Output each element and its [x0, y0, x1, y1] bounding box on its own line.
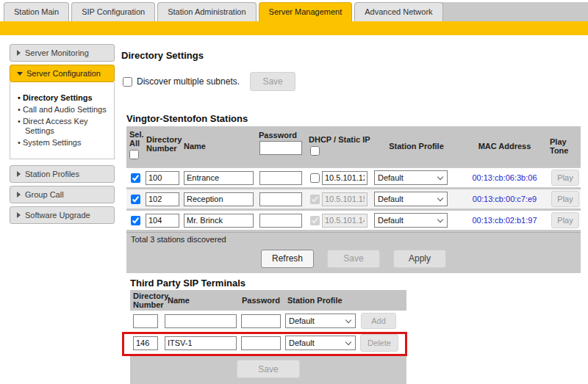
stations-title: Vingtor-Stentofon Stations	[126, 113, 248, 124]
accent-bar	[0, 21, 588, 35]
chevron-right-icon	[17, 50, 21, 56]
station-profile-select[interactable]: Default	[374, 192, 448, 206]
page: Station Main SIP Configuration Station A…	[0, 0, 588, 384]
stations-save-button[interactable]: Save	[327, 250, 380, 268]
tab-advanced-network[interactable]: Advanced Network	[354, 2, 442, 21]
row-select-checkbox[interactable]	[131, 216, 140, 225]
sip-terminals-header: Directory Number Name Password Station P…	[130, 290, 406, 311]
tab-station-main[interactable]: Station Main	[4, 2, 69, 21]
sidebar-item-station-profiles[interactable]: Station Profiles	[10, 165, 115, 183]
sidebar-subitem-call-audio-settings[interactable]: Call and Audio Settings	[18, 105, 111, 115]
row-select-checkbox[interactable]	[131, 173, 140, 183]
header-mac-address: MAC Address	[459, 126, 550, 166]
discover-subnets-row: Discover multiple subnets. Save	[123, 72, 295, 91]
stations-summary: Total 3 stations discovered	[126, 232, 581, 246]
dhcp-static-label: DHCP / Static IP	[309, 135, 370, 144]
password-input[interactable]	[259, 192, 302, 206]
directory-save-button[interactable]: Save	[250, 72, 295, 91]
tab-server-management[interactable]: Server Management	[259, 2, 353, 21]
mac-address: 00:13:cb:00:c7:e9	[459, 195, 550, 203]
sidebar-item-server-configuration[interactable]: Server Configuration	[10, 65, 115, 82]
dhcp-header-checkbox[interactable]	[310, 146, 320, 156]
ip-address-input[interactable]	[322, 192, 368, 206]
station-profile-select-wrap: Default	[285, 314, 356, 328]
directory-number-input[interactable]	[133, 314, 158, 328]
station-row: Default 00:13:cb:02:b1:97 Play	[126, 211, 581, 230]
stations-actions: Refresh Save Apply	[126, 246, 581, 273]
station-profile-select-wrap: Default	[374, 213, 448, 228]
name-input[interactable]	[184, 214, 254, 228]
sidebar-subitem-direct-access-key-settings[interactable]: Direct Access Key Settings	[18, 117, 111, 136]
dhcp-checkbox[interactable]	[310, 216, 320, 225]
play-button[interactable]: Play	[551, 191, 579, 207]
apply-button[interactable]: Apply	[393, 250, 446, 268]
delete-button[interactable]: Delete	[360, 334, 398, 352]
password-input[interactable]	[241, 314, 281, 328]
tab-sip-configuration[interactable]: SIP Configuration	[71, 2, 155, 21]
tab-bar: Station Main SIP Configuration Station A…	[0, 0, 588, 21]
chevron-right-icon	[17, 171, 21, 177]
chevron-down-icon	[17, 72, 23, 76]
name-input[interactable]	[184, 171, 254, 185]
select-all-checkbox[interactable]	[129, 150, 139, 159]
station-profile-select[interactable]: Default	[285, 336, 356, 350]
ip-address-input[interactable]	[322, 171, 368, 185]
main-content: Directory Settings Discover multiple sub…	[121, 35, 588, 384]
sidebar: Server Monitoring Server Configuration D…	[10, 44, 115, 227]
discover-subnets-checkbox[interactable]	[123, 77, 132, 87]
stations-table: Sel. All Directory Number Name Password …	[126, 126, 581, 273]
header-password: Password	[259, 126, 309, 166]
name-input[interactable]	[165, 314, 237, 328]
sidebar-item-server-monitoring[interactable]: Server Monitoring	[10, 44, 115, 62]
directory-settings-title: Directory Settings	[121, 50, 204, 61]
sidebar-item-group-call[interactable]: Group Call	[10, 186, 115, 203]
tab-strip: Station Main SIP Configuration Station A…	[4, 2, 445, 21]
dhcp-checkbox[interactable]	[310, 195, 320, 204]
header-directory-number: Directory Number	[144, 126, 182, 166]
play-button[interactable]: Play	[551, 212, 579, 228]
directory-number-input[interactable]	[146, 171, 179, 185]
password-header-input[interactable]	[259, 141, 302, 155]
password-label: Password	[259, 131, 297, 140]
name-input[interactable]	[165, 336, 237, 350]
sidebar-item-label: Software Upgrade	[25, 207, 90, 223]
chevron-right-icon	[17, 192, 21, 198]
chevron-right-icon	[17, 212, 21, 218]
play-button[interactable]: Play	[551, 170, 579, 186]
sidebar-item-software-upgrade[interactable]: Software Upgrade	[10, 206, 115, 224]
password-input[interactable]	[259, 171, 302, 185]
dhcp-checkbox[interactable]	[310, 173, 320, 183]
ip-address-input[interactable]	[322, 214, 368, 228]
directory-number-input[interactable]	[133, 336, 158, 350]
sidebar-item-label: Server Configuration	[26, 65, 101, 81]
header-station-profile: Station Profile	[284, 290, 358, 311]
station-profile-select[interactable]: Default	[374, 170, 448, 185]
discover-subnets-label: Discover multiple subnets.	[137, 76, 240, 87]
sidebar-subitem-system-settings[interactable]: System Settings	[18, 138, 111, 148]
sip-terminals-save-button[interactable]: Save	[237, 360, 300, 378]
directory-number-input[interactable]	[146, 192, 179, 206]
sidebar-subitem-directory-settings[interactable]: Directory Settings	[18, 93, 111, 103]
station-row: Default 00:13:cb:00:c7:e9 Play	[126, 189, 581, 209]
directory-number-input[interactable]	[146, 214, 179, 228]
select-all-label: Sel. All	[129, 130, 144, 148]
header-name: Name	[163, 290, 240, 311]
station-profile-select[interactable]: Default	[285, 314, 356, 328]
stations-table-header: Sel. All Directory Number Name Password …	[126, 126, 581, 166]
sidebar-item-label: Server Monitoring	[25, 45, 89, 61]
station-profile-select-wrap: Default	[374, 170, 448, 185]
header-actions-spacer	[358, 290, 406, 311]
password-input[interactable]	[259, 214, 302, 228]
row-select-checkbox[interactable]	[131, 195, 140, 204]
sip-terminal-add-row: Default Add	[130, 311, 406, 331]
password-input[interactable]	[241, 336, 281, 350]
sidebar-subsection: Directory Settings Call and Audio Settin…	[10, 82, 115, 159]
tab-station-administration[interactable]: Station Administration	[157, 2, 256, 21]
name-input[interactable]	[184, 192, 254, 206]
header-name: Name	[182, 126, 259, 166]
refresh-button[interactable]: Refresh	[261, 250, 314, 268]
station-profile-select[interactable]: Default	[374, 213, 448, 228]
add-button[interactable]: Add	[361, 313, 396, 329]
mac-address: 00:13:cb:02:b1:97	[459, 216, 550, 225]
header-select-all: Sel. All	[126, 126, 144, 166]
